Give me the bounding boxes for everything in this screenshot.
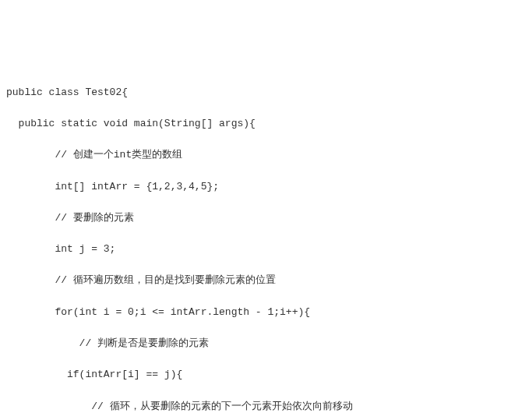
- code-line: public static void main(String[] args){: [6, 116, 516, 132]
- code-line: // 创建一个int类型的数组: [6, 147, 516, 163]
- code-line: int j = 3;: [6, 242, 516, 257]
- code-line: // 循环，从要删除的元素的下一个元素开始依次向前移动: [6, 399, 516, 415]
- code-line: int[] intArr = {1,2,3,4,5};: [6, 179, 516, 195]
- code-line: public class Test02{: [6, 85, 516, 101]
- code-line: // 要删除的元素: [6, 210, 516, 226]
- code-line: // 判断是否是要删除的元素: [6, 336, 516, 351]
- code-block: public class Test02{ public static void …: [6, 69, 516, 420]
- code-line: if(intArr[i] == j){: [6, 367, 516, 383]
- code-line: // 循环遍历数组，目的是找到要删除元素的位置: [6, 273, 516, 288]
- code-line: for(int i = 0;i <= intArr.length - 1;i++…: [6, 305, 516, 320]
